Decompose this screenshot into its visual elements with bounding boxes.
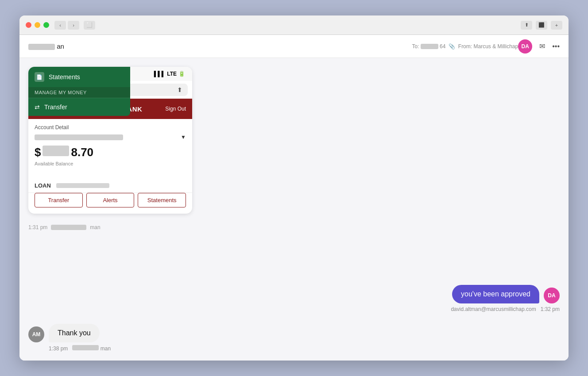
- email-subject: an: [28, 42, 409, 50]
- avatar-am: AM: [28, 326, 44, 342]
- sign-out-button[interactable]: Sign Out: [165, 106, 186, 112]
- loan-account-blurred: [56, 183, 109, 188]
- forward-button[interactable]: ›: [68, 21, 79, 30]
- header-actions: DA ✉ •••: [518, 39, 560, 54]
- sender-suffix-2: man: [101, 345, 111, 352]
- title-bar-right: ⬆ ⬛ +: [521, 21, 562, 30]
- approved-message-row: you've been approved DA: [452, 285, 560, 303]
- lte-label: LTE: [167, 71, 177, 77]
- to-label: To:: [412, 43, 419, 50]
- minimize-button[interactable]: [35, 22, 40, 28]
- timestamp-2: 1:38 pm: [49, 345, 68, 352]
- loan-row: LOAN: [28, 179, 192, 193]
- traffic-lights: [26, 22, 49, 28]
- account-detail-label: Account Detail: [35, 124, 186, 130]
- sender-blurred-2: [72, 345, 99, 350]
- action-buttons: Transfer Alerts Statements: [28, 193, 192, 214]
- battery-icon: 🔋: [178, 71, 185, 77]
- content-area: 📄 Statements MANAGE MY MONEY ⇄ Transfer …: [19, 58, 569, 361]
- transfer-icon: ⇄: [35, 104, 40, 111]
- balance-cents: 8.70: [71, 146, 93, 159]
- subject-blurred: [28, 44, 55, 50]
- statements-label: Statements: [49, 73, 80, 81]
- statements-icon: 📄: [35, 72, 44, 82]
- thank-you-message-row: AM Thank you: [28, 324, 111, 342]
- balance-blurred: [43, 146, 69, 156]
- signal-icon: ▌▌▌: [154, 71, 166, 77]
- approved-message-meta: david.altman@marcusmillichap.com 1:32 pm: [451, 306, 560, 312]
- email-suffix: 64: [440, 43, 445, 50]
- thank-you-bubble: Thank you: [49, 324, 100, 342]
- balance-dollar-sign: $: [35, 146, 41, 159]
- subject-text: an: [57, 42, 64, 50]
- sender-suffix-1: man: [90, 224, 100, 230]
- title-bar: ‹ › ⬜ ⬆ ⬛ +: [19, 15, 569, 35]
- share-url-icon[interactable]: ⬆: [177, 86, 182, 93]
- timestamp-row-1: 1:31 pm man: [28, 224, 560, 230]
- dropdown-chevron-icon: ▼: [181, 134, 186, 140]
- statements-button[interactable]: Statements: [138, 193, 186, 207]
- approved-time: 1:32 pm: [541, 306, 560, 312]
- nav-buttons: ‹ ›: [54, 21, 79, 30]
- phone-screenshot-card: 📄 Statements MANAGE MY MONEY ⇄ Transfer …: [28, 67, 192, 214]
- dropdown-statements[interactable]: 📄 Statements: [28, 67, 130, 87]
- share-icon[interactable]: ⬆: [521, 21, 532, 30]
- window-icon-2[interactable]: ⬛: [536, 21, 547, 30]
- sender-blurred-1: [51, 225, 86, 230]
- thank-you-message-container: AM Thank you 1:38 pm man: [28, 324, 111, 352]
- account-section: Account Detail ▼ $ 8.70 Available Balanc…: [28, 119, 192, 179]
- timestamp-1: 1:31 pm: [28, 224, 47, 230]
- chat-container: 📄 Statements MANAGE MY MONEY ⇄ Transfer …: [19, 58, 569, 361]
- approved-message-container: you've been approved DA david.altman@mar…: [28, 276, 560, 312]
- dropdown-overlay: 📄 Statements MANAGE MY MONEY ⇄ Transfer: [28, 67, 130, 116]
- fullscreen-button[interactable]: [43, 22, 49, 28]
- thank-you-meta: 1:38 pm man: [28, 345, 111, 352]
- from-name: Marcus & Millichap: [473, 43, 518, 50]
- email-window: ‹ › ⬜ ⬆ ⬛ + an To: 64 📎 From: Marcus & M…: [19, 15, 569, 361]
- avatar-da: DA: [518, 39, 532, 54]
- email-meta: To: 64 📎 From: Marcus & Millichap: [412, 43, 518, 50]
- more-options-icon[interactable]: •••: [552, 42, 560, 50]
- sidebar-toggle-icon[interactable]: ⬜: [84, 21, 95, 30]
- alerts-button[interactable]: Alerts: [86, 193, 135, 207]
- available-balance-label: Available Balance: [35, 161, 186, 166]
- mail-icon[interactable]: ✉: [539, 42, 545, 50]
- transfer-button[interactable]: Transfer: [35, 193, 83, 207]
- loan-label: LOAN: [35, 182, 51, 189]
- account-name-blurred: [35, 134, 123, 140]
- manage-money-label: MANAGE MY MONEY: [28, 87, 130, 98]
- email-header: an To: 64 📎 From: Marcus & Millichap DA …: [19, 35, 569, 58]
- balance-row: $ 8.70: [35, 146, 186, 159]
- transfer-label: Transfer: [44, 104, 67, 111]
- dropdown-transfer[interactable]: ⇄ Transfer: [28, 98, 130, 116]
- avatar-da-small: DA: [544, 288, 560, 303]
- back-button[interactable]: ‹: [54, 21, 66, 30]
- approved-sender: david.altman@marcusmillichap.com: [451, 306, 536, 312]
- spacer: [28, 239, 560, 269]
- close-button[interactable]: [26, 22, 31, 28]
- approved-bubble: you've been approved: [452, 285, 539, 303]
- plus-icon[interactable]: +: [551, 21, 562, 30]
- from-label: From:: [458, 43, 472, 50]
- to-blurred: [421, 44, 438, 49]
- status-icons: ▌▌▌ LTE 🔋: [154, 71, 185, 77]
- account-selector[interactable]: ▼: [35, 134, 186, 140]
